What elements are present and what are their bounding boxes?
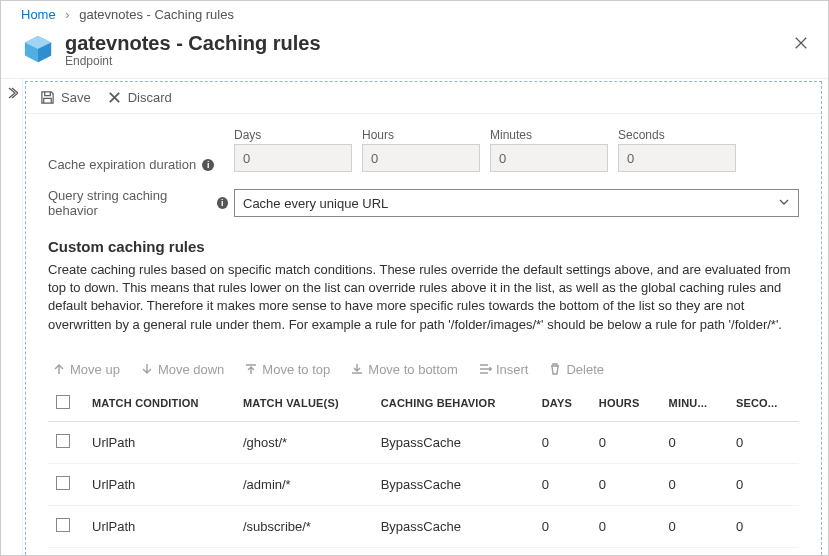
rules-table: MATCH CONDITION MATCH VALUE(S) CACHING B… — [48, 385, 799, 556]
table-row[interactable]: UrlPath/ghost/*BypassCache0000 — [48, 421, 799, 463]
duration-label: Cache expiration duration i — [48, 157, 228, 172]
cell-condition: UrlPath — [84, 547, 235, 556]
row-checkbox[interactable] — [56, 476, 70, 490]
qs-select[interactable]: Cache every unique URL — [234, 189, 799, 217]
expand-panel-button[interactable] — [1, 79, 23, 556]
cell-minutes: 0 — [661, 463, 728, 505]
main-panel: Save Discard Cache expiration duration i… — [25, 81, 822, 556]
save-button[interactable]: Save — [40, 90, 91, 105]
breadcrumb-home[interactable]: Home — [21, 7, 56, 22]
col-value[interactable]: MATCH VALUE(S) — [235, 385, 373, 422]
header: gatevnotes - Caching rules Endpoint — [1, 26, 828, 79]
delete-button[interactable]: Delete — [548, 362, 604, 377]
page-title: gatevnotes - Caching rules — [65, 32, 321, 54]
command-bar: Save Discard — [26, 82, 821, 114]
chevron-down-icon — [778, 196, 790, 210]
cell-seconds: 0 — [728, 547, 799, 556]
endpoint-icon — [21, 32, 55, 66]
cell-value: /admin/* — [235, 463, 373, 505]
col-hours[interactable]: HOURS — [591, 385, 661, 422]
scroll-area[interactable]: Cache expiration duration i Days Hours M… — [26, 114, 821, 556]
cell-behavior: BypassCache — [373, 421, 534, 463]
seconds-label: Seconds — [618, 128, 736, 142]
cell-seconds: 0 — [728, 505, 799, 547]
movedown-button[interactable]: Move down — [140, 362, 224, 377]
breadcrumb: Home › gatevnotes - Caching rules — [1, 1, 828, 26]
cell-seconds: 0 — [728, 421, 799, 463]
cell-days: 0 — [534, 505, 591, 547]
table-row[interactable]: UrlPath/subscribe/*BypassCache0000 — [48, 505, 799, 547]
custom-description: Create caching rules based on specific m… — [48, 261, 799, 334]
cell-days: 0 — [534, 421, 591, 463]
cell-value: /subscribe/* — [235, 505, 373, 547]
cell-hours: 0 — [591, 421, 661, 463]
cell-minutes: 0 — [661, 421, 728, 463]
cell-minutes: 0 — [661, 505, 728, 547]
cell-seconds: 0 — [728, 463, 799, 505]
custom-heading: Custom caching rules — [48, 238, 799, 255]
cell-value: /ghost/* — [235, 421, 373, 463]
discard-label: Discard — [128, 90, 172, 105]
save-label: Save — [61, 90, 91, 105]
col-condition[interactable]: MATCH CONDITION — [84, 385, 235, 422]
cell-condition: UrlPath — [84, 505, 235, 547]
qs-value: Cache every unique URL — [243, 196, 388, 211]
minutes-input[interactable] — [490, 144, 608, 172]
cell-value: /p/* — [235, 547, 373, 556]
cell-minutes: 0 — [661, 547, 728, 556]
col-behavior[interactable]: CACHING BEHAVIOR — [373, 385, 534, 422]
row-checkbox[interactable] — [56, 434, 70, 448]
qs-label: Query string caching behavior i — [48, 188, 228, 218]
cell-days: 0 — [534, 463, 591, 505]
cell-hours: 0 — [591, 463, 661, 505]
close-button[interactable] — [794, 34, 808, 55]
select-all-checkbox[interactable] — [56, 395, 70, 409]
cell-condition: UrlPath — [84, 421, 235, 463]
info-icon[interactable]: i — [217, 197, 228, 209]
table-row[interactable]: UrlPath/p/*BypassCache0000 — [48, 547, 799, 556]
movebottom-button[interactable]: Move to bottom — [350, 362, 458, 377]
cell-hours: 0 — [591, 505, 661, 547]
discard-button[interactable]: Discard — [107, 90, 172, 105]
page-subtitle: Endpoint — [65, 54, 321, 68]
col-days[interactable]: DAYS — [534, 385, 591, 422]
row-checkbox[interactable] — [56, 518, 70, 532]
hours-label: Hours — [362, 128, 480, 142]
seconds-input[interactable] — [618, 144, 736, 172]
col-seconds[interactable]: SECO... — [728, 385, 799, 422]
insert-button[interactable]: Insert — [478, 362, 529, 377]
cell-behavior: BypassCache — [373, 463, 534, 505]
cell-hours: 0 — [591, 547, 661, 556]
breadcrumb-current: gatevnotes - Caching rules — [79, 7, 234, 22]
moveup-button[interactable]: Move up — [52, 362, 120, 377]
table-toolbar: Move up Move down Move to top Move to bo… — [48, 354, 799, 385]
cell-condition: UrlPath — [84, 463, 235, 505]
days-input[interactable] — [234, 144, 352, 172]
col-minutes[interactable]: MINU... — [661, 385, 728, 422]
hours-input[interactable] — [362, 144, 480, 172]
breadcrumb-sep-icon: › — [65, 7, 69, 22]
info-icon[interactable]: i — [202, 159, 214, 171]
movetop-button[interactable]: Move to top — [244, 362, 330, 377]
minutes-label: Minutes — [490, 128, 608, 142]
cell-behavior: BypassCache — [373, 505, 534, 547]
cell-behavior: BypassCache — [373, 547, 534, 556]
days-label: Days — [234, 128, 352, 142]
cell-days: 0 — [534, 547, 591, 556]
table-row[interactable]: UrlPath/admin/*BypassCache0000 — [48, 463, 799, 505]
